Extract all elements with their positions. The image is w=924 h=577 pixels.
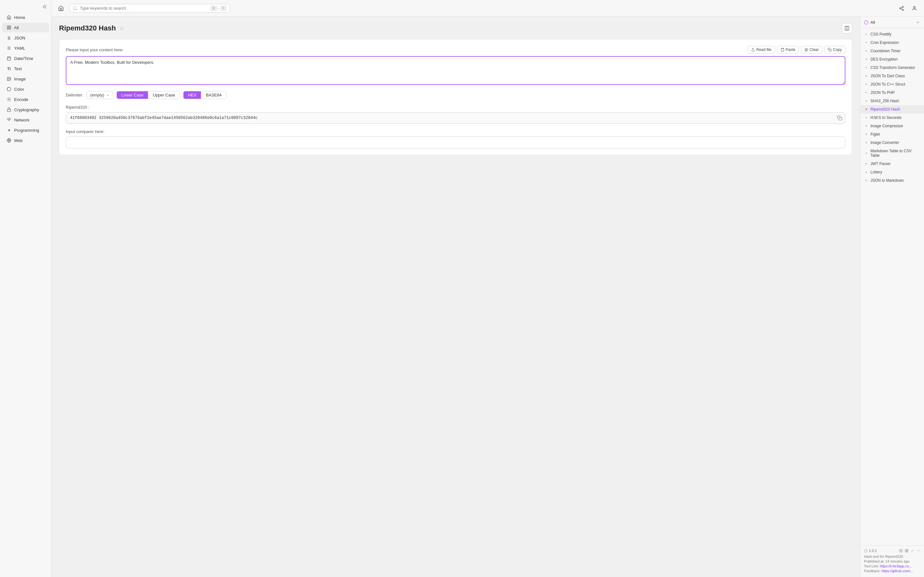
right-panel-item[interactable]: JSON To C++ Struct bbox=[860, 80, 924, 89]
topbar-home-btn[interactable] bbox=[56, 3, 66, 13]
sidebar-item-home[interactable]: Home bbox=[2, 13, 49, 22]
upper-case-btn[interactable]: Upper Case bbox=[148, 91, 179, 99]
json-icon: {} bbox=[6, 35, 11, 40]
right-panel-item[interactable]: JSON To Dart Class bbox=[860, 72, 924, 80]
right-panel-item[interactable]: Countdown Timer bbox=[860, 47, 924, 55]
right-panel-item-label: JSON to Markdown bbox=[871, 178, 904, 183]
right-panel-item[interactable]: DES Encryption bbox=[860, 55, 924, 63]
right-panel-item[interactable]: Cron Expression bbox=[860, 39, 924, 47]
svg-rect-1 bbox=[9, 26, 11, 27]
right-panel-item-icon bbox=[864, 107, 868, 111]
right-panel-item[interactable]: CSS Prettify bbox=[860, 30, 924, 39]
sidebar-item-datetime[interactable]: Date/Time bbox=[2, 53, 49, 63]
all-icon bbox=[6, 25, 11, 30]
sidebar-item-network[interactable]: Network bbox=[2, 115, 49, 125]
topbar: ⌘ + K bbox=[51, 0, 924, 17]
svg-line-23 bbox=[901, 9, 903, 10]
right-panel-item[interactable]: JSON To PHP bbox=[860, 89, 924, 97]
input-textarea[interactable]: A Free, Modern Toolbox, Built for Develo… bbox=[66, 56, 845, 85]
layout-toggle-btn[interactable] bbox=[842, 23, 852, 33]
chevron-down-bottom-icon[interactable] bbox=[916, 549, 920, 553]
right-panel-filter[interactable]: All bbox=[864, 20, 875, 25]
right-panel-item-icon bbox=[864, 124, 868, 128]
sidebar-item-all[interactable]: All bbox=[2, 23, 49, 32]
delimiter-select[interactable]: (empty) bbox=[87, 91, 113, 99]
clear-btn[interactable]: Clear bbox=[801, 46, 822, 53]
hex-btn[interactable]: HEX bbox=[184, 91, 202, 99]
version-badge: 1.0.1 bbox=[864, 549, 877, 553]
svg-rect-0 bbox=[7, 26, 9, 27]
chevron-down-right-icon[interactable] bbox=[916, 20, 920, 25]
published-at: Published at: 14 minutes ago bbox=[864, 559, 920, 563]
home-icon bbox=[6, 15, 11, 20]
sidebar-item-programming[interactable]: ✦ Programming bbox=[2, 125, 49, 135]
share-btn[interactable] bbox=[897, 3, 907, 13]
svg-rect-31 bbox=[839, 117, 842, 120]
topbar-right-btns bbox=[897, 3, 919, 13]
sidebar-item-image-label: Image bbox=[14, 77, 26, 81]
svg-point-37 bbox=[866, 67, 867, 68]
collapse-sidebar-btn[interactable] bbox=[0, 3, 51, 12]
right-panel-item-icon bbox=[864, 141, 868, 145]
sidebar-item-datetime-label: Date/Time bbox=[14, 56, 33, 61]
sidebar-item-yaml[interactable]: YAML bbox=[2, 43, 49, 53]
sidebar-item-cryptography-label: Cryptography bbox=[14, 107, 39, 112]
right-panel-item-icon bbox=[864, 66, 868, 70]
paste-btn[interactable]: Paste bbox=[777, 46, 799, 53]
right-panel-item[interactable]: Lottery bbox=[860, 168, 924, 176]
right-panel-item[interactable]: SHA3_256 Hash bbox=[860, 97, 924, 105]
check-icon[interactable] bbox=[911, 549, 914, 553]
sidebar-item-encode[interactable]: Encode bbox=[2, 95, 49, 104]
right-panel-item[interactable]: JWT Parser bbox=[860, 160, 924, 168]
right-panel-item[interactable]: CSS Transform Generator bbox=[860, 63, 924, 72]
sidebar-item-color[interactable]: Color bbox=[2, 84, 49, 94]
right-panel-item-icon bbox=[864, 162, 868, 166]
search-bar[interactable]: ⌘ + K bbox=[69, 4, 230, 13]
right-panel-item[interactable]: Figlet bbox=[860, 130, 924, 139]
tool-link-label: Tool Link: bbox=[864, 564, 879, 568]
copy-btn[interactable]: Copy bbox=[824, 46, 845, 53]
right-panel-item[interactable]: H:M:S to Seconds bbox=[860, 113, 924, 122]
read-file-btn[interactable]: Read file bbox=[748, 46, 775, 53]
right-panel-item-icon bbox=[864, 151, 868, 155]
sidebar-item-text[interactable]: Ti Text bbox=[2, 64, 49, 73]
right-panel-item-label: Lottery bbox=[871, 170, 882, 174]
page-title-row: Ripemd320 Hash ☆ bbox=[59, 24, 124, 32]
svg-point-12 bbox=[8, 78, 9, 79]
right-panel-item[interactable]: Markdown Table to CSV Table bbox=[860, 147, 924, 160]
search-shortcut: ⌘ + K bbox=[210, 6, 226, 11]
lower-case-btn[interactable]: Lower Case bbox=[117, 91, 148, 99]
sidebar-item-yaml-label: YAML bbox=[14, 46, 25, 51]
copy-hash-btn[interactable] bbox=[837, 115, 842, 121]
comparer-input[interactable] bbox=[66, 137, 845, 148]
right-panel-item[interactable]: JSON to Markdown bbox=[860, 176, 924, 185]
user-btn[interactable] bbox=[909, 3, 919, 13]
search-input[interactable] bbox=[80, 6, 208, 11]
shortcut-sym: ⌘ bbox=[210, 6, 217, 11]
content-and-panel: Ripemd320 Hash ☆ Please input your conte… bbox=[51, 17, 924, 577]
right-panel-item[interactable]: Image Compressor bbox=[860, 122, 924, 130]
sidebar-item-web[interactable]: Web bbox=[2, 135, 49, 145]
feedback-url[interactable]: https://github.com/... bbox=[881, 569, 913, 573]
globe-icon[interactable] bbox=[905, 549, 909, 553]
sidebar-item-cryptography[interactable]: Cryptography bbox=[2, 105, 49, 114]
sidebar-item-json-label: JSON bbox=[14, 35, 25, 40]
read-file-icon bbox=[751, 48, 755, 52]
base64-btn[interactable]: BASE64 bbox=[201, 91, 226, 99]
image-icon bbox=[6, 76, 11, 81]
network-icon bbox=[6, 117, 11, 122]
web-icon bbox=[6, 138, 11, 143]
svg-point-20 bbox=[902, 6, 903, 7]
right-panel-item-label: Ripemd320 Hash bbox=[871, 107, 900, 111]
right-panel-item[interactable]: Image Converter bbox=[860, 139, 924, 147]
settings-icon[interactable] bbox=[899, 549, 903, 553]
right-panel-item[interactable]: Ripemd320 Hash bbox=[860, 105, 924, 113]
right-panel-item-label: JSON To Dart Class bbox=[871, 74, 905, 78]
favorite-star-icon[interactable]: ☆ bbox=[119, 25, 124, 32]
tool-link-url[interactable]: https://t.he3app.co... bbox=[880, 564, 912, 568]
delimiter-label: Delimiter: bbox=[66, 93, 83, 97]
right-panel-bottom: 1.0.1 Hash tool for Ripemd320 Published … bbox=[860, 545, 924, 577]
svg-point-39 bbox=[866, 84, 867, 85]
sidebar-item-json[interactable]: {} JSON bbox=[2, 33, 49, 43]
sidebar-item-image[interactable]: Image bbox=[2, 74, 49, 84]
